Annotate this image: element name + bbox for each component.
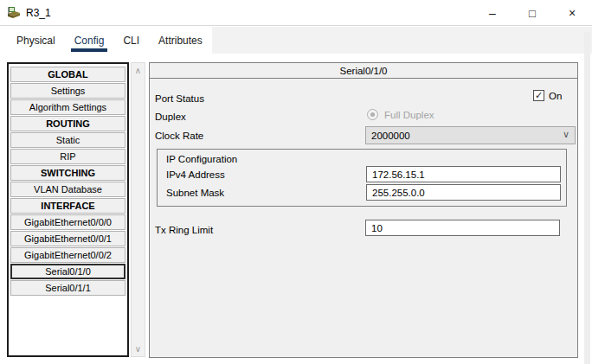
tab-cli[interactable]: CLI bbox=[113, 27, 149, 54]
tx-ring-limit-label: Tx Ring Limit bbox=[155, 225, 213, 235]
panel-scroll-track[interactable] bbox=[584, 32, 590, 364]
close-button[interactable]: × bbox=[552, 0, 592, 26]
sidebar-item-serial0-1-0[interactable]: Serial0/1/0 bbox=[10, 264, 125, 279]
tab-bar: Physical Config CLI Attributes bbox=[0, 27, 592, 54]
sidebar-item-gigabitethernet0-0-1[interactable]: GigabitEthernet0/0/1 bbox=[10, 231, 125, 246]
duplex-label: Duplex bbox=[155, 112, 186, 122]
sidebar-item-vlan-database[interactable]: VLAN Database bbox=[10, 182, 125, 197]
ipv4-address-label: IPv4 Address bbox=[166, 169, 225, 180]
port-status-on-label: On bbox=[549, 91, 562, 101]
sidebar-item-serial0-1-1[interactable]: Serial0/1/1 bbox=[10, 280, 125, 296]
clock-rate-dropdown[interactable]: 2000000 ∨ bbox=[365, 126, 576, 144]
clock-rate-value: 2000000 bbox=[371, 131, 410, 141]
scroll-down-icon[interactable]: ∨ bbox=[132, 344, 145, 354]
interface-config-panel: Serial0/1/0 Port Status ✓ On Duplex Full… bbox=[149, 62, 578, 358]
ipv4-address-input[interactable]: 172.56.15.1 bbox=[366, 166, 561, 182]
sidebar-header-routing[interactable]: ROUTING bbox=[10, 116, 125, 131]
sidebar-item-algorithm-settings[interactable]: Algorithm Settings bbox=[10, 99, 125, 115]
sidebar-item-static[interactable]: Static bbox=[10, 132, 125, 148]
sidebar-header-interface[interactable]: INTERFACE bbox=[10, 198, 125, 214]
tab-physical[interactable]: Physical bbox=[7, 27, 65, 54]
chevron-down-icon: ∨ bbox=[563, 129, 569, 140]
subnet-mask-label: Subnet Mask bbox=[166, 188, 224, 198]
minimize-button[interactable]: – bbox=[473, 0, 512, 26]
sidebar-header-switching[interactable]: SWITCHING bbox=[10, 165, 125, 181]
sidebar-item-rip[interactable]: RIP bbox=[10, 149, 125, 164]
clock-rate-label: Clock Rate bbox=[155, 131, 203, 141]
full-duplex-label: Full Duplex bbox=[384, 110, 434, 120]
ip-configuration-title: IP Configuration bbox=[166, 154, 237, 164]
sidebar-item-gigabitethernet0-0-2[interactable]: GigabitEthernet0/0/2 bbox=[10, 247, 125, 263]
config-sidebar: GLOBAL Settings Algorithm Settings ROUTI… bbox=[7, 62, 129, 357]
tx-ring-limit-input[interactable]: 10 bbox=[365, 220, 560, 236]
tab-bar-filler bbox=[201, 27, 592, 54]
sidebar-item-gigabitethernet0-0-0[interactable]: GigabitEthernet0/0/0 bbox=[10, 214, 125, 230]
full-duplex-radio bbox=[367, 109, 378, 120]
port-status-checkbox[interactable]: ✓ bbox=[533, 90, 544, 101]
subnet-mask-input[interactable]: 255.255.0.0 bbox=[366, 184, 561, 201]
title-bar: R3_1 – □ × bbox=[0, 0, 592, 26]
packet-tracer-router-icon bbox=[7, 6, 21, 20]
sidebar-scrollbar[interactable]: ∧ ∨ bbox=[131, 62, 145, 357]
window-title: R3_1 bbox=[26, 7, 51, 19]
panel-title: Serial0/1/0 bbox=[150, 63, 577, 79]
port-status-label: Port Status bbox=[155, 93, 204, 104]
maximize-button[interactable]: □ bbox=[512, 0, 552, 26]
sidebar-header-global[interactable]: GLOBAL bbox=[10, 67, 125, 82]
tab-attributes[interactable]: Attributes bbox=[149, 27, 212, 54]
scroll-up-icon[interactable]: ∧ bbox=[132, 66, 145, 75]
tab-config[interactable]: Config bbox=[65, 27, 114, 54]
ip-configuration-group: IP Configuration IPv4 Address 172.56.15.… bbox=[157, 149, 567, 207]
sidebar-item-settings[interactable]: Settings bbox=[10, 83, 125, 99]
